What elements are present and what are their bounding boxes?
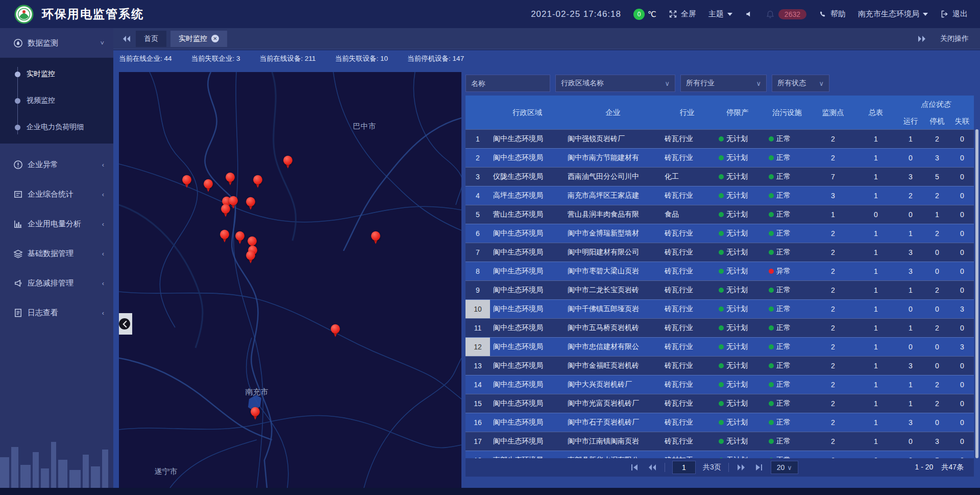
table-row[interactable]: 11 阆中生态环境局 阆中市五马桥页岩机砖 砖瓦行业 无计划 正常 2 1 1 … bbox=[465, 318, 974, 337]
map-marker-pin[interactable] bbox=[253, 175, 263, 189]
notifications-button[interactable]: 2632 bbox=[766, 9, 806, 19]
sidebar-item-data-monitoring[interactable]: 数据监测 ˅ bbox=[0, 28, 113, 58]
table-row[interactable]: 1 阆中生态环境局 阆中强锐页岩砖厂 砖瓦行业 无计划 正常 2 1 1 2 0 bbox=[465, 129, 974, 148]
map-marker-pin[interactable] bbox=[182, 175, 192, 189]
tabs-scroll-left-icon[interactable] bbox=[121, 35, 132, 43]
map-marker-pin[interactable] bbox=[220, 204, 231, 218]
next-page-icon[interactable] bbox=[736, 463, 746, 472]
app-title: 环保用电监管系统 bbox=[42, 6, 144, 22]
table-row[interactable]: 7 阆中生态环境局 阆中明阳建材有限公司 砖瓦行业 无计划 正常 2 1 3 0… bbox=[465, 243, 974, 262]
tab[interactable]: 首页 ✕ bbox=[136, 31, 166, 47]
table-row[interactable]: 2 阆中生态环境局 阆中市南方节能建材有 砖瓦行业 无计划 正常 2 1 0 3… bbox=[465, 148, 974, 167]
tab[interactable]: 实时监控 ✕ bbox=[170, 31, 227, 47]
table-row[interactable]: 17 阆中生态环境局 阆中市江南镇阆南页岩 砖瓦行业 无计划 正常 2 1 0 … bbox=[465, 432, 974, 451]
status-dot-icon bbox=[719, 382, 724, 387]
map-collapse-handle[interactable] bbox=[119, 313, 132, 335]
map-panel[interactable]: 巴中市南充市遂宁市 bbox=[119, 72, 461, 488]
table-row[interactable]: 10 阆中生态环境局 阆中千佛镇五郎垭页岩 砖瓦行业 无计划 正常 2 1 0 … bbox=[465, 299, 974, 318]
status-dot-icon bbox=[769, 231, 774, 236]
chevron-down-icon: ∨ bbox=[819, 80, 824, 87]
status-dot-icon bbox=[719, 344, 724, 349]
sidebar-item[interactable]: 基础数据管理 ‹ bbox=[0, 239, 113, 268]
status-dot-icon bbox=[769, 401, 774, 406]
name-filter-input[interactable] bbox=[465, 75, 550, 92]
first-page-icon[interactable] bbox=[630, 463, 640, 472]
table-row[interactable]: 18 南部生态环境局 南部县新华水泥有限公 建材加工 无计划 正常 6 0 0 … bbox=[465, 451, 974, 458]
col-group-point-status: 点位状态 bbox=[897, 100, 974, 109]
map-marker-pin[interactable] bbox=[371, 231, 381, 245]
map-marker-pin[interactable] bbox=[225, 173, 235, 186]
status-dot-icon bbox=[719, 401, 724, 406]
status-dot-icon bbox=[769, 363, 774, 368]
page-number-input[interactable] bbox=[672, 461, 696, 474]
prev-page-icon[interactable] bbox=[647, 463, 657, 472]
col-meters: 总表 bbox=[854, 108, 897, 117]
table-row[interactable]: 6 阆中生态环境局 阆中市金博瑞新型墙材 砖瓦行业 无计划 正常 2 1 1 2… bbox=[465, 224, 974, 243]
sidebar-item[interactable]: 企业异常 ‹ bbox=[0, 150, 113, 179]
table-row[interactable]: 15 阆中生态环境局 阆中市光富页岩机砖厂 砖瓦行业 无计划 正常 2 1 1 … bbox=[465, 394, 974, 413]
sidebar-item[interactable]: 应急减排管理 ‹ bbox=[0, 268, 113, 298]
region-filter-select[interactable]: 行政区域名称 ∨ bbox=[555, 75, 675, 92]
table-row[interactable]: 4 高坪生态环境局 南充市高坪区王家店建 砖瓦行业 无计划 正常 3 1 2 2… bbox=[465, 186, 974, 205]
tabs-scroll-right-icon[interactable] bbox=[917, 35, 927, 43]
status-dot-icon bbox=[719, 155, 724, 160]
main-area: 首页 ✕ 实时监控 ✕ 关闭操作 当前在线企业: 44 当前失联企业: 3 当 bbox=[113, 28, 980, 488]
col-stop: 停机 bbox=[924, 116, 950, 126]
map-marker-pin[interactable] bbox=[283, 156, 293, 170]
sidebar-subitem[interactable]: 企业电力负荷明细 bbox=[0, 114, 113, 140]
logout-button[interactable]: 退出 bbox=[940, 9, 968, 19]
page-size-select[interactable]: 20 ∨ bbox=[771, 461, 798, 474]
sidebar-subitem[interactable]: 实时监控 bbox=[0, 61, 113, 87]
table-row[interactable]: 16 阆中生态环境局 阆中市石子页岩机砖厂 砖瓦行业 无计划 正常 2 1 3 … bbox=[465, 413, 974, 432]
table-row[interactable]: 8 阆中生态环境局 阆中市枣碧大梁山页岩 砖瓦行业 无计划 异常 2 1 3 0… bbox=[465, 262, 974, 280]
status-dot-icon bbox=[719, 288, 724, 293]
map-marker-pin[interactable] bbox=[250, 407, 260, 421]
industry-filter-select[interactable]: 所有行业 ∨ bbox=[680, 75, 767, 92]
stat-item: 当前停机设备: 147 bbox=[407, 54, 464, 63]
table-row[interactable]: 9 阆中生态环境局 阆中市二龙长宝页岩砖 砖瓦行业 无计划 正常 2 1 1 2… bbox=[465, 280, 974, 299]
sidebar-submenu: 实时监控 视频监控 企业电力负荷明细 bbox=[0, 58, 113, 144]
alert-circle-icon bbox=[13, 160, 23, 170]
table-scrollbar[interactable] bbox=[975, 129, 978, 458]
mute-button[interactable] bbox=[745, 10, 753, 18]
map-marker-pin[interactable] bbox=[246, 251, 256, 265]
sidebar-item[interactable]: 企业用电量分析 ‹ bbox=[0, 209, 113, 239]
status-dot-icon bbox=[769, 212, 774, 217]
sidebar-item[interactable]: 日志查看 ‹ bbox=[0, 298, 113, 327]
table-row[interactable]: 12 阆中生态环境局 阆中市忠信建材有限公 砖瓦行业 无计划 正常 2 1 0 … bbox=[465, 337, 974, 356]
map-marker-pin[interactable] bbox=[203, 179, 213, 193]
close-tab-icon[interactable]: ✕ bbox=[211, 35, 219, 42]
app-logo bbox=[14, 4, 35, 25]
phone-icon bbox=[819, 10, 827, 18]
org-dropdown[interactable]: 南充市生态环境局 bbox=[858, 9, 928, 19]
close-operations-button[interactable]: 关闭操作 bbox=[940, 34, 969, 43]
last-page-icon[interactable] bbox=[753, 463, 764, 472]
fullscreen-button[interactable]: 全屏 bbox=[669, 9, 696, 19]
status-dot-icon bbox=[719, 439, 724, 444]
map-marker-pin[interactable] bbox=[235, 231, 245, 245]
table-row[interactable]: 14 阆中生态环境局 阆中大兴页岩机砖厂 砖瓦行业 无计划 正常 2 1 1 2… bbox=[465, 375, 974, 394]
col-facility: 治污设施 bbox=[763, 108, 812, 117]
map-marker-pin[interactable] bbox=[330, 324, 340, 338]
chevron-down-icon: ∨ bbox=[787, 464, 792, 472]
map-marker-pin[interactable] bbox=[246, 197, 256, 211]
map-marker-pin[interactable] bbox=[219, 230, 230, 244]
table-row[interactable]: 3 仪陇生态环境局 西南油气田分公司川中 化工 无计划 正常 7 1 3 5 0 bbox=[465, 167, 974, 186]
status-dot-icon bbox=[769, 269, 774, 274]
status-dot-icon bbox=[719, 420, 724, 425]
help-button[interactable]: 帮助 bbox=[819, 9, 846, 19]
sidebar-subitem[interactable]: 视频监控 bbox=[0, 87, 113, 114]
status-dot-icon bbox=[719, 212, 724, 217]
theme-dropdown[interactable]: 主题 bbox=[708, 9, 732, 19]
status-filter-select[interactable]: 所有状态 ∨ bbox=[772, 75, 829, 92]
table-row[interactable]: 13 阆中生态环境局 阆中市金福旺页岩机砖 砖瓦行业 无计划 正常 2 1 3 … bbox=[465, 356, 974, 375]
col-limit: 停限产 bbox=[713, 108, 763, 117]
status-dot-icon bbox=[719, 363, 724, 368]
status-dot-icon bbox=[719, 307, 724, 312]
table-body: 1 阆中生态环境局 阆中强锐页岩砖厂 砖瓦行业 无计划 正常 2 1 1 2 0 bbox=[465, 129, 974, 458]
filter-bar: 行政区域名称 ∨ 所有行业 ∨ 所有状态 ∨ bbox=[465, 75, 974, 92]
bullet-dot-icon bbox=[15, 125, 20, 130]
table-row[interactable]: 5 营山生态环境局 营山县润丰肉食品有限 食品 无计划 正常 1 0 0 1 0 bbox=[465, 205, 974, 224]
sidebar-item[interactable]: 企业综合统计 ‹ bbox=[0, 179, 113, 209]
status-dot-icon bbox=[769, 344, 774, 349]
